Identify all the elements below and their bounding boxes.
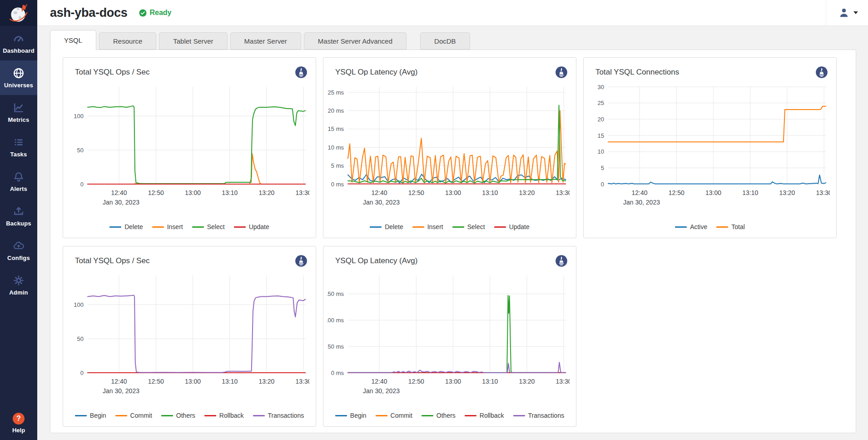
prometheus-icon[interactable] [555, 66, 568, 79]
chart-card-1: YSQL Op Latency (Avg) 0 ms5 ms10 ms15 ms… [323, 57, 576, 238]
svg-text:50 ms: 50 ms [328, 343, 344, 350]
svg-text:12:40: 12:40 [111, 189, 127, 196]
legend-label: Transactions [528, 412, 565, 419]
prometheus-icon[interactable] [815, 66, 828, 79]
tab-master-server-advanced[interactable]: Master Server Advanced [304, 32, 407, 50]
sidebar-item-dashboard[interactable]: Dashboard [0, 26, 37, 60]
tab-ysql[interactable]: YSQL [50, 30, 96, 50]
tab-master-server[interactable]: Master Server [230, 32, 301, 50]
sidebar-item-label: Admin [9, 289, 28, 296]
svg-text:12:50: 12:50 [148, 189, 164, 196]
svg-text:13:20: 13:20 [258, 378, 274, 385]
legend-item-rollback[interactable]: Rollback [465, 412, 504, 419]
configs-icon [13, 240, 25, 252]
chart-plot[interactable]: 05010012:4012:5013:0013:1013:2013:30Jan … [67, 80, 309, 213]
svg-text:25: 25 [598, 100, 604, 106]
svg-text:13:30: 13:30 [296, 378, 309, 385]
svg-text:30: 30 [598, 84, 604, 90]
prometheus-icon[interactable] [555, 255, 568, 267]
svg-text:13:20: 13:20 [519, 378, 535, 385]
legend-item-update[interactable]: Update [234, 223, 269, 230]
chart-legend: BeginCommitOthersRollbackTransactions [323, 412, 576, 426]
sidebar-item-label: Configs [7, 255, 30, 261]
legend-item-transactions[interactable]: Transactions [513, 412, 565, 419]
prometheus-icon[interactable] [295, 66, 308, 79]
sidebar-item-help[interactable]: ? Help [0, 413, 37, 434]
legend-label: Update [509, 223, 530, 230]
sidebar-help-label: Help [12, 427, 25, 434]
svg-text:13:30: 13:30 [556, 189, 570, 196]
sidebar-item-configs[interactable]: Configs [0, 233, 37, 268]
legend-swatch [115, 415, 127, 416]
svg-text:0 ms: 0 ms [331, 370, 344, 376]
legend-item-transactions[interactable]: Transactions [253, 412, 304, 419]
legend-swatch [253, 415, 265, 416]
legend-item-update[interactable]: Update [494, 223, 530, 230]
sidebar-nav: Dashboard Universes Metrics Tasks Alerts… [0, 26, 37, 302]
legend-item-commit[interactable]: Commit [115, 412, 152, 419]
chart-card-3: Total YSQL Ops / Sec 05010012:4012:5013:… [63, 246, 316, 427]
legend-item-total[interactable]: Total [716, 223, 745, 230]
svg-text:100: 100 [74, 301, 84, 308]
svg-text:50: 50 [77, 147, 84, 154]
sidebar-item-admin[interactable]: Admin [0, 268, 37, 302]
chart-plot[interactable]: 05101520253012:4012:5013:0013:1013:2013:… [587, 80, 830, 213]
legend-item-begin[interactable]: Begin [75, 412, 106, 419]
sidebar-item-metrics[interactable]: Metrics [0, 95, 37, 130]
svg-text:13:00: 13:00 [445, 378, 461, 385]
user-menu[interactable] [826, 0, 868, 25]
legend-label: Rollback [480, 412, 504, 419]
legend-swatch [422, 415, 433, 416]
legend-item-insert[interactable]: Insert [152, 223, 183, 230]
chart-title: Total YSQL Connections [595, 68, 679, 77]
legend-item-others[interactable]: Others [161, 412, 195, 419]
sidebar-item-tasks[interactable]: Tasks [0, 130, 37, 164]
legend-swatch [513, 415, 525, 416]
backups-icon [13, 205, 25, 217]
metrics-tabs: YSQL Resource Tablet Server Master Serve… [50, 30, 856, 50]
tasks-icon [13, 136, 25, 148]
legend-swatch [412, 226, 424, 228]
legend-item-rollback[interactable]: Rollback [204, 412, 244, 419]
sidebar-item-universes[interactable]: Universes [0, 60, 37, 95]
legend-item-select[interactable]: Select [192, 223, 225, 230]
legend-label: Delete [124, 223, 143, 230]
legend-swatch [335, 415, 347, 416]
legend-item-delete[interactable]: Delete [370, 223, 403, 230]
svg-text:20 ms: 20 ms [328, 107, 344, 114]
legend-swatch [465, 415, 476, 416]
svg-text:12:50: 12:50 [669, 189, 684, 196]
tab-tablet-server[interactable]: Tablet Server [159, 32, 227, 50]
legend-item-insert[interactable]: Insert [412, 223, 443, 230]
legend-item-select[interactable]: Select [452, 223, 485, 230]
tab-resource[interactable]: Resource [99, 32, 156, 50]
svg-text:13:00: 13:00 [445, 189, 461, 196]
prometheus-icon[interactable] [295, 255, 308, 267]
legend-label: Begin [350, 412, 367, 419]
legend-item-others[interactable]: Others [422, 412, 456, 419]
chart-plot[interactable]: 0 ms5 ms10 ms15 ms20 ms25 ms12:4012:5013… [327, 80, 570, 213]
svg-text:5 ms: 5 ms [331, 162, 344, 169]
legend-item-commit[interactable]: Commit [376, 412, 412, 419]
chart-plot[interactable]: 0 ms50 ms100 ms150 ms12:4012:5013:0013:1… [327, 269, 570, 402]
metrics-icon [13, 102, 25, 114]
svg-text:12:40: 12:40 [111, 378, 127, 385]
chart-plot[interactable]: 05010012:4012:5013:0013:1013:2013:30Jan … [67, 269, 309, 402]
svg-text:12:50: 12:50 [408, 378, 424, 385]
legend-item-begin[interactable]: Begin [335, 412, 367, 419]
legend-swatch [192, 226, 204, 228]
chart-legend: BeginCommitOthersRollbackTransactions [63, 412, 316, 426]
app-logo[interactable] [0, 0, 37, 26]
svg-text:13:20: 13:20 [258, 189, 274, 196]
legend-item-active[interactable]: Active [675, 223, 707, 230]
legend-swatch [675, 226, 687, 228]
legend-item-delete[interactable]: Delete [109, 223, 143, 230]
sidebar-item-backups[interactable]: Backups [0, 199, 37, 233]
svg-text:0: 0 [601, 181, 604, 188]
svg-text:13:30: 13:30 [556, 378, 570, 385]
tab-docdb[interactable]: DocDB [420, 32, 470, 50]
legend-label: Total [731, 223, 745, 230]
legend-label: Begin [90, 412, 106, 419]
svg-text:13:10: 13:10 [482, 189, 498, 196]
sidebar-item-alerts[interactable]: Alerts [0, 164, 37, 199]
